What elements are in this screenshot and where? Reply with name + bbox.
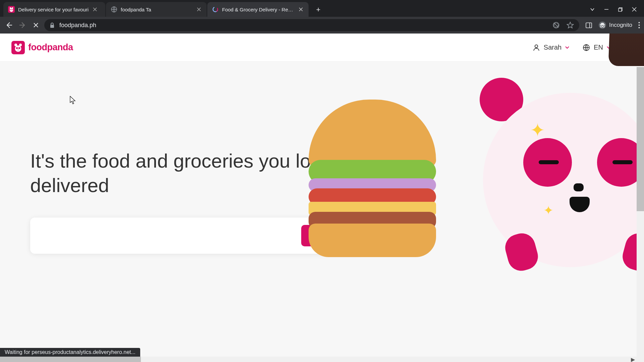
tab-label: foodpanda Ta (121, 7, 151, 12)
svg-point-4 (10, 9, 11, 10)
maximize-icon[interactable] (618, 7, 623, 12)
incognito-label: Incognito (609, 22, 632, 28)
scroll-right-icon[interactable]: ▶ (629, 357, 637, 362)
window-close-icon[interactable] (632, 7, 637, 12)
close-icon[interactable] (298, 6, 304, 12)
minimize-icon[interactable] (604, 7, 609, 12)
svg-point-26 (18, 50, 19, 50)
close-icon[interactable] (92, 6, 98, 12)
svg-point-24 (16, 47, 18, 49)
browser-tab-2[interactable]: Food & Grocery Delivery - Resta (207, 2, 309, 17)
horizontal-scrollbar[interactable]: ▶ (0, 357, 637, 362)
tab-label: Food & Grocery Delivery - Resta (222, 7, 294, 12)
brand-name: foodpanda (28, 42, 73, 53)
svg-point-20 (639, 27, 640, 28)
cookie-blocked-icon[interactable] (552, 21, 560, 29)
browser-toolbar: foodpanda.ph Incognito (0, 17, 644, 34)
browser-tab-0[interactable]: Delivery service for your favouri (3, 2, 105, 17)
bookmark-icon[interactable] (567, 21, 574, 29)
tab-search-icon[interactable] (590, 7, 595, 12)
browser-titlebar: Delivery service for your favouri foodpa… (0, 0, 644, 17)
svg-point-18 (639, 22, 640, 23)
vertical-scrollbar[interactable] (637, 67, 644, 362)
profile-incognito[interactable]: Incognito (598, 21, 632, 29)
address-text: foodpanda.ph (59, 22, 96, 29)
address-input[interactable] (38, 232, 301, 240)
incognito-icon (598, 21, 606, 29)
brand-logo[interactable]: foodpanda (11, 41, 73, 54)
forward-button[interactable] (17, 20, 28, 30)
stop-button[interactable] (31, 20, 41, 30)
svg-point-25 (18, 47, 20, 49)
status-bar: Waiting for perseus-productanalytics.del… (0, 348, 140, 357)
globe-icon (111, 6, 117, 13)
side-panel-icon[interactable] (585, 22, 592, 29)
menu-icon[interactable] (638, 22, 640, 28)
loading-spinner-icon (212, 6, 219, 13)
new-tab-button[interactable]: + (312, 3, 325, 16)
svg-rect-10 (50, 25, 54, 28)
address-bar[interactable]: foodpanda.ph (44, 19, 579, 31)
svg-rect-15 (600, 24, 605, 25)
panda-logo-icon (11, 41, 25, 54)
svg-point-3 (10, 8, 13, 12)
lock-icon (50, 22, 55, 28)
page-content: foodpanda Sarah EN It's the food and gro… (0, 34, 644, 362)
svg-rect-9 (619, 8, 622, 11)
hero-section: It's the food and groceries you love, de… (0, 62, 644, 254)
svg-point-19 (639, 24, 640, 26)
svg-point-23 (15, 45, 21, 52)
hero-illustration: ✦ ✦ ✦ ✦ (376, 34, 644, 254)
back-button[interactable] (4, 20, 14, 30)
tab-label: Delivery service for your favouri (18, 7, 89, 12)
browser-tab-1[interactable]: foodpanda Ta (106, 2, 207, 17)
svg-rect-13 (586, 23, 592, 28)
svg-point-5 (12, 9, 13, 10)
favicon-icon (8, 6, 15, 13)
close-icon[interactable] (196, 6, 202, 12)
